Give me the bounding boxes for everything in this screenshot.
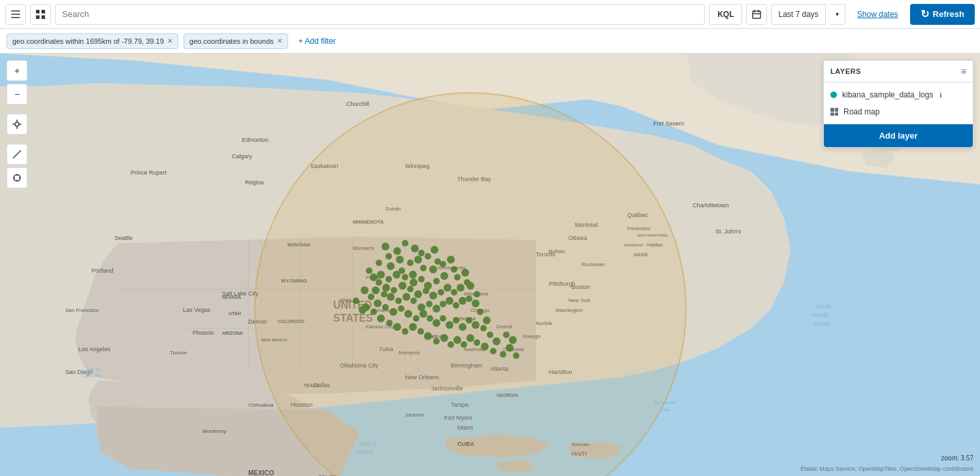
svg-point-134 xyxy=(420,265,427,271)
svg-text:Ocean: Ocean xyxy=(813,320,831,327)
svg-text:Fort Severn: Fort Severn xyxy=(653,120,684,127)
svg-point-165 xyxy=(466,282,474,290)
svg-point-151 xyxy=(457,284,465,292)
svg-point-118 xyxy=(382,243,389,250)
svg-point-144 xyxy=(402,274,408,280)
layers-panel: LAYERS ≡ kibana_sample_data_logs ℹ Road … xyxy=(823,60,973,148)
svg-point-143 xyxy=(410,279,417,286)
svg-point-184 xyxy=(480,325,487,332)
layer-item-data[interactable]: kibana_sample_data_logs ℹ xyxy=(824,86,973,103)
svg-point-225 xyxy=(509,336,517,344)
svg-text:ARIZONA: ARIZONA xyxy=(222,331,243,335)
zoom-out-button[interactable]: − xyxy=(7,84,27,105)
svg-point-158 xyxy=(407,286,414,292)
measure-button[interactable] xyxy=(7,167,27,188)
layer-grid-icon xyxy=(830,108,838,116)
svg-point-207 xyxy=(466,334,474,342)
svg-point-137 xyxy=(447,256,455,264)
svg-text:San Francisco: San Francisco xyxy=(65,307,99,313)
apps-icon-btn[interactable] xyxy=(30,4,51,25)
svg-point-167 xyxy=(472,299,480,307)
svg-point-145 xyxy=(393,271,400,279)
svg-text:Las Vegas: Las Vegas xyxy=(183,307,211,313)
svg-line-234 xyxy=(13,150,21,158)
svg-text:Calgary: Calgary xyxy=(232,153,253,160)
svg-point-223 xyxy=(506,344,514,352)
svg-rect-7 xyxy=(753,11,760,18)
menu-icon-btn[interactable] xyxy=(5,4,26,25)
svg-point-200 xyxy=(368,294,374,300)
svg-point-203 xyxy=(493,337,500,345)
svg-point-197 xyxy=(389,308,397,316)
svg-point-181 xyxy=(372,286,380,294)
add-layer-button[interactable]: Add layer xyxy=(824,124,973,147)
svg-text:Churchill: Churchill xyxy=(346,101,369,107)
zoom-info: zoom: 3.57 xyxy=(941,454,973,462)
svg-point-195 xyxy=(404,310,412,318)
svg-point-155 xyxy=(429,292,437,299)
svg-point-193 xyxy=(419,310,427,318)
svg-text:Gulf of: Gulf of xyxy=(86,367,101,371)
calendar-icon-btn[interactable] xyxy=(746,4,767,25)
svg-point-127 xyxy=(425,253,431,260)
layers-header: LAYERS ≡ xyxy=(824,61,973,82)
svg-text:NEVADA: NEVADA xyxy=(222,295,241,299)
svg-text:California: California xyxy=(82,373,101,378)
svg-point-169 xyxy=(459,297,466,305)
kql-button[interactable]: KQL xyxy=(709,4,742,25)
svg-point-186 xyxy=(466,317,472,324)
svg-point-124 xyxy=(396,256,404,264)
svg-rect-5 xyxy=(36,15,40,19)
svg-text:Charlottetown: Charlottetown xyxy=(693,202,729,209)
svg-point-213 xyxy=(424,332,432,340)
svg-point-173 xyxy=(433,305,440,313)
svg-point-152 xyxy=(451,289,457,296)
filter-tag-1[interactable]: geo.coordinates within 1695km of -79.79,… xyxy=(7,33,178,49)
svg-text:Phoenix: Phoenix xyxy=(193,330,214,336)
svg-point-187 xyxy=(459,323,466,331)
svg-point-178 xyxy=(395,298,402,304)
filter-tag-2[interactable]: geo.coordinates in bounds ✕ xyxy=(184,33,288,49)
layers-menu-icon[interactable]: ≡ xyxy=(961,66,966,76)
svg-point-128 xyxy=(431,246,438,254)
map-toolbar: + − xyxy=(7,60,27,188)
draw-line-button[interactable] xyxy=(7,144,27,165)
layers-list: kibana_sample_data_logs ℹ Road map xyxy=(824,82,973,124)
svg-point-149 xyxy=(461,269,469,277)
svg-point-156 xyxy=(423,288,429,294)
svg-rect-6 xyxy=(42,15,46,19)
layer-item-roadmap[interactable]: Road map xyxy=(824,103,973,120)
filter2-close[interactable]: ✕ xyxy=(277,37,282,44)
svg-point-180 xyxy=(381,291,387,298)
svg-point-179 xyxy=(387,293,395,301)
search-input[interactable] xyxy=(55,4,705,25)
show-dates-button[interactable]: Show dates xyxy=(849,4,906,25)
add-filter-button[interactable]: + Add filter xyxy=(293,33,341,49)
svg-point-211 xyxy=(440,334,448,342)
svg-point-126 xyxy=(414,256,422,264)
svg-point-162 xyxy=(376,279,382,286)
svg-text:Chihuahua: Chihuahua xyxy=(248,402,274,408)
svg-point-202 xyxy=(487,332,493,338)
filter1-close[interactable]: ✕ xyxy=(167,37,172,44)
time-range-button[interactable]: Last 7 days xyxy=(771,4,825,25)
map-container[interactable]: Seattle Portland San Francisco Los Angel… xyxy=(0,54,980,476)
svg-point-226 xyxy=(503,332,510,338)
svg-rect-0 xyxy=(11,10,20,12)
svg-point-205 xyxy=(481,343,489,350)
svg-point-120 xyxy=(385,253,392,260)
layer-info-icon[interactable]: ℹ xyxy=(939,92,942,99)
svg-text:MEXICO: MEXICO xyxy=(248,469,274,476)
svg-point-199 xyxy=(374,299,382,307)
zoom-in-button[interactable]: + xyxy=(7,60,27,81)
svg-point-196 xyxy=(398,305,404,312)
svg-point-161 xyxy=(382,284,390,292)
svg-text:Atlantic: Atlantic xyxy=(809,312,830,318)
refresh-button[interactable]: ↻ Refresh xyxy=(910,4,975,25)
locate-button[interactable] xyxy=(7,114,27,135)
svg-point-147 xyxy=(377,271,385,279)
svg-text:Prince Rupert: Prince Rupert xyxy=(131,169,167,176)
time-dropdown-button[interactable]: ▾ xyxy=(830,4,845,25)
svg-point-146 xyxy=(385,276,392,282)
svg-point-163 xyxy=(370,273,378,281)
